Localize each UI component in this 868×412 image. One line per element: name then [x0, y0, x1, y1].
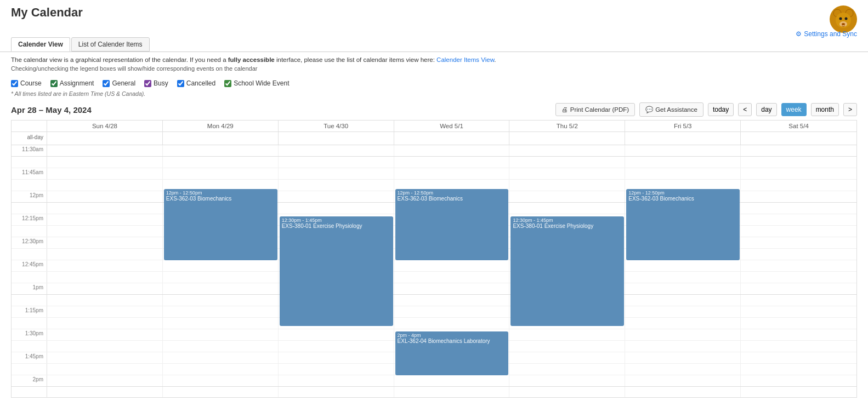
time-cell	[47, 157, 163, 168]
legend-checkbox-busy[interactable]	[144, 80, 151, 87]
settings-icon: ⚙	[796, 30, 802, 38]
time-cell	[279, 387, 394, 397]
time-cell	[163, 318, 279, 329]
time-cell	[509, 203, 625, 214]
time-cell	[163, 283, 279, 294]
time-cell	[163, 387, 279, 397]
day-header-wed: Wed 5/1	[394, 121, 510, 131]
avatar	[830, 5, 857, 33]
time-label	[12, 341, 47, 352]
time-cell	[394, 260, 510, 271]
time-cell	[47, 329, 163, 340]
calendar-items-link[interactable]: Calender Items View	[436, 56, 494, 63]
event-thu-exercise[interactable]: 12:30pm - 1:45pmEXS-380-01 Exercise Phys…	[510, 216, 624, 326]
time-grid: 11:30am11:45am12pm12:15pm12:30pm12:45pm1…	[12, 145, 856, 397]
day-header-fri: Fri 5/3	[625, 121, 741, 131]
event-tue-exercise[interactable]: 12:30pm - 1:45pmEXS-380-01 Exercise Phys…	[280, 216, 393, 326]
time-cell	[47, 260, 163, 271]
time-cell	[625, 329, 741, 340]
time-cell	[741, 364, 856, 375]
legend-label-school: School Wide Event	[234, 79, 289, 87]
legend-checkbox-assignment[interactable]	[50, 80, 58, 87]
time-cell	[625, 283, 741, 294]
prev-nav-button[interactable]: <	[738, 103, 752, 116]
time-label	[12, 249, 47, 260]
time-cell	[625, 295, 741, 306]
legend-checkbox-school[interactable]	[224, 80, 231, 87]
event-wed-lab[interactable]: 2pm - 4pmEXL-362-04 Biomechanics Laborat…	[395, 331, 509, 375]
page-header: My Calendar	[0, 0, 868, 33]
svg-point-5	[839, 18, 842, 20]
time-cell	[279, 364, 394, 375]
time-cell	[47, 145, 163, 156]
legend-checkbox-general[interactable]	[103, 80, 110, 87]
settings-link[interactable]: ⚙ Settings and Sync	[796, 30, 857, 38]
day-header-tue: Tue 4/30	[279, 121, 394, 131]
time-cell	[279, 352, 394, 363]
time-cell	[625, 306, 741, 317]
time-cell	[741, 237, 856, 248]
time-label: 11:45am	[12, 168, 47, 179]
next-nav-button[interactable]: >	[843, 103, 857, 116]
time-cell	[741, 168, 856, 179]
calendar-container: Sun 4/28 Mon 4/29 Tue 4/30 Wed 5/1 Thu 5…	[11, 120, 857, 398]
time-label	[12, 180, 47, 191]
time-label	[12, 295, 47, 306]
get-assistance-button[interactable]: 💬 Get Assistance	[639, 102, 704, 117]
time-cell	[47, 226, 163, 237]
printer-icon: 🖨	[561, 106, 568, 113]
event-mon-biomech[interactable]: 12pm - 12:50pmEXS-362-03 Biomechanics	[164, 189, 277, 260]
time-cell	[163, 145, 279, 156]
time-cell	[279, 145, 394, 156]
legend-item-assignment: Assignment	[50, 79, 94, 87]
legend-label-busy: Busy	[154, 79, 168, 87]
event-fri-biomech[interactable]: 12pm - 12:50pmEXS-362-03 Biomechanics	[626, 189, 740, 260]
time-cell	[509, 157, 625, 168]
print-calendar-button[interactable]: 🖨 Print Calendar (PDF)	[555, 103, 635, 116]
time-cell	[394, 145, 510, 156]
day-header-mon: Mon 4/29	[163, 121, 279, 131]
time-label	[12, 318, 47, 329]
legend-checkbox-cancelled[interactable]	[177, 80, 184, 87]
allday-label: all-day	[12, 132, 47, 145]
time-cell	[509, 341, 625, 352]
event-wed-biomech[interactable]: 12pm - 12:50pmEXS-362-03 Biomechanics	[395, 189, 509, 260]
tab-list-view[interactable]: List of Calender Items	[71, 37, 150, 52]
legend-label-course: Course	[20, 79, 42, 87]
today-button[interactable]: today	[708, 103, 734, 116]
time-cell	[625, 168, 741, 179]
view-week-button[interactable]: week	[781, 103, 807, 116]
time-cell	[741, 352, 856, 363]
time-cell	[279, 168, 394, 179]
day-header-sat: Sat 5/4	[741, 121, 856, 131]
legend-checkbox-course[interactable]	[11, 80, 18, 87]
time-cell	[47, 306, 163, 317]
time-label: 12:45pm	[12, 260, 47, 271]
date-range-label: Apr 28 – May 4, 2024	[11, 105, 92, 115]
time-cell	[625, 387, 741, 397]
legend-label-assignment: Assignment	[60, 79, 94, 87]
time-label: 1:45pm	[12, 352, 47, 363]
time-cell	[741, 387, 856, 397]
allday-cell-tue	[279, 132, 394, 145]
time-cell	[741, 295, 856, 306]
time-cell	[163, 272, 279, 283]
day-header-thu: Thu 5/2	[509, 121, 625, 131]
time-cell	[47, 352, 163, 363]
time-cell	[625, 272, 741, 283]
time-cell	[163, 329, 279, 340]
time-label	[12, 226, 47, 237]
allday-cell-wed	[394, 132, 510, 145]
time-cell	[625, 364, 741, 375]
time-cell	[47, 272, 163, 283]
info-text: The calendar view is a graphical represe…	[11, 56, 857, 63]
time-cell	[625, 375, 741, 386]
time-cell	[163, 352, 279, 363]
day-header-sun: Sun 4/28	[47, 121, 163, 131]
view-day-button[interactable]: day	[756, 103, 776, 116]
allday-cell-thu	[509, 132, 625, 145]
view-month-button[interactable]: month	[811, 103, 839, 116]
time-cell	[47, 364, 163, 375]
tab-calendar-view[interactable]: Calender View	[11, 37, 70, 52]
time-row: 1:15pm	[12, 306, 856, 318]
